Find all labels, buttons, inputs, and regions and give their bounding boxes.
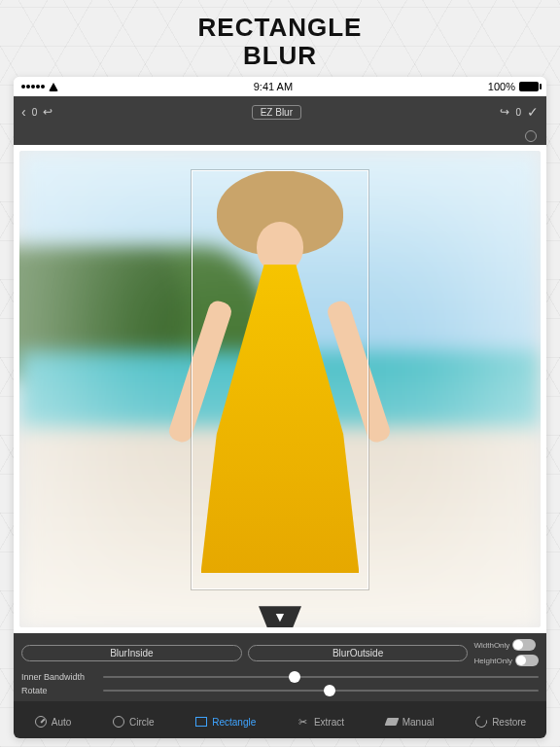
status-right: 100% xyxy=(488,81,539,92)
status-left xyxy=(21,83,58,91)
promo-title-line1: RECTANGLE xyxy=(0,14,560,42)
tool-restore[interactable]: Restore xyxy=(474,715,526,729)
width-only-label: WidthOnly xyxy=(473,641,509,650)
tool-extract-label: Extract xyxy=(314,717,344,728)
tool-rectangle[interactable]: Rectangle xyxy=(194,715,256,729)
confirm-check-icon[interactable]: ✓ xyxy=(527,104,539,120)
extract-icon: ✂ xyxy=(297,715,310,729)
undo-count: 0 xyxy=(32,107,38,118)
circle-icon xyxy=(112,715,125,729)
back-icon[interactable]: ‹ xyxy=(21,104,26,120)
redo-icon[interactable]: ↪ xyxy=(500,105,509,119)
tool-auto-label: Auto xyxy=(52,717,72,728)
controls-panel: BlurInside BlurOutside WidthOnly HeightO… xyxy=(14,633,546,701)
compare-toggle-icon[interactable] xyxy=(525,130,537,142)
promo-title-line2: BLUR xyxy=(0,42,560,70)
inner-bandwidth-label: Inner Bandwidth xyxy=(21,672,97,682)
tool-manual[interactable]: Manual xyxy=(385,715,435,729)
blur-inside-segment[interactable]: BlurInside xyxy=(21,645,242,661)
restore-icon xyxy=(474,715,488,729)
tool-bar: Auto Circle Rectangle ✂Extract Manual Re… xyxy=(14,701,546,738)
promo-title: RECTANGLE BLUR xyxy=(0,0,560,77)
auto-icon xyxy=(34,715,48,729)
width-only-toggle[interactable] xyxy=(512,639,536,651)
tool-circle[interactable]: Circle xyxy=(112,715,155,729)
app-title-bar: ‹ 0 ↩ EZ Blur ↪ 0 ✓ xyxy=(14,96,546,127)
battery-percent: 100% xyxy=(488,81,515,92)
inner-bandwidth-slider[interactable] xyxy=(103,676,539,678)
height-only-label: HeightOnly xyxy=(473,657,512,665)
status-time: 9:41 AM xyxy=(254,81,293,92)
tool-rectangle-label: Rectangle xyxy=(212,717,256,728)
image-canvas[interactable]: ▼ xyxy=(19,151,541,627)
signal-dots-icon xyxy=(21,85,45,89)
tool-auto[interactable]: Auto xyxy=(34,715,72,729)
wifi-icon xyxy=(49,83,58,91)
app-name-badge: EZ Blur xyxy=(252,105,301,120)
redo-count: 0 xyxy=(515,107,521,118)
rotate-slider[interactable] xyxy=(103,690,539,692)
height-only-toggle[interactable] xyxy=(515,655,539,666)
tool-extract[interactable]: ✂Extract xyxy=(297,715,344,729)
rectangle-selection[interactable] xyxy=(192,170,368,589)
undo-icon[interactable]: ↩ xyxy=(43,105,52,119)
tool-manual-label: Manual xyxy=(402,717,435,728)
tool-circle-label: Circle xyxy=(129,717,155,728)
battery-icon xyxy=(519,82,539,91)
rotate-label: Rotate xyxy=(21,686,97,695)
status-bar: 9:41 AM 100% xyxy=(14,77,546,96)
sub-title-bar xyxy=(14,127,546,145)
manual-icon xyxy=(385,715,399,729)
device-frame: 9:41 AM 100% ‹ 0 ↩ EZ Blur ↪ 0 ✓ ▼ xyxy=(14,77,546,738)
rectangle-icon xyxy=(194,715,208,729)
blur-outside-segment[interactable]: BlurOutside xyxy=(248,645,469,661)
tool-restore-label: Restore xyxy=(492,717,526,728)
